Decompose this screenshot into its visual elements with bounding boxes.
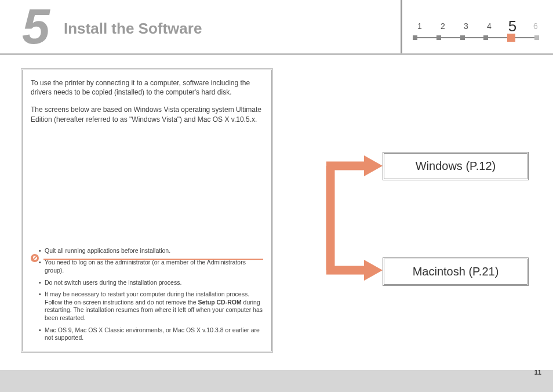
step-num-3: 3 [457,21,475,31]
step-marker-3 [460,35,465,40]
step-markers [413,34,539,42]
step-marker-5-current [507,34,515,42]
note-item-3: Do not switch users during the installat… [39,279,263,287]
info-box: To use the printer by connecting it to a… [21,68,273,353]
page-title: Install the Software [64,20,202,38]
header-divider [0,53,553,55]
page-number: 11 [534,369,541,376]
intro-paragraph-2: The screens below are based on Windows V… [31,105,263,124]
step-marker-6 [534,35,539,40]
footer-bar [0,370,553,392]
content-area: To use the printer by connecting it to a… [0,58,553,369]
important-notes: Quit all running applications before ins… [31,247,263,346]
branch-windows-box[interactable]: Windows (P.12) [383,152,529,180]
branch-diagram: Windows (P.12) Macintosh (P.21) [296,148,539,288]
intro-paragraph-1: To use the printer by connecting it to a… [31,78,263,97]
note-item-2: You need to log on as the administrator … [39,259,263,274]
section-number: 5 [22,0,48,55]
branch-macintosh-box[interactable]: Macintosh (P.21) [383,257,529,286]
step-num-1: 1 [410,21,429,31]
step-num-4: 4 [480,21,499,31]
step-numbers: 1 2 3 4 5 6 [410,15,545,33]
intro-text: To use the printer by connecting it to a… [31,78,263,124]
header: 5 Install the Software 1 2 3 4 5 6 [0,0,553,53]
note-item-5: Mac OS 9, Mac OS X Classic environments,… [39,326,263,342]
step-num-5-current: 5 [503,17,522,35]
svg-marker-1 [364,260,383,281]
note-item-1: Quit all running applications before ins… [39,247,263,255]
step-marker-4 [483,35,488,40]
step-marker-1 [413,35,417,40]
note-item-4: It may be necessary to restart your comp… [39,291,263,322]
step-num-6: 6 [526,21,545,31]
step-marker-2 [436,35,441,40]
step-num-2: 2 [434,21,452,31]
note-4-strong: Setup CD-ROM [198,299,241,306]
step-indicator: 1 2 3 4 5 6 [401,0,553,53]
svg-marker-0 [364,155,383,176]
step-track [413,34,539,42]
